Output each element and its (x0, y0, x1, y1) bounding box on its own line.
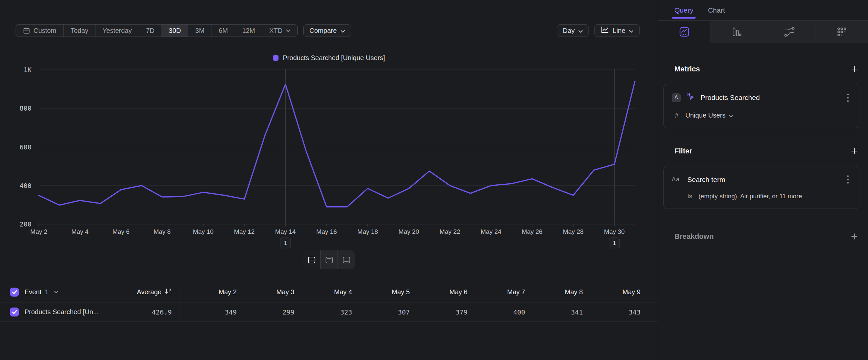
average-header-cell[interactable]: Average (105, 288, 179, 296)
report-tab-flows[interactable] (763, 21, 816, 43)
view-toggle-chart-only[interactable] (320, 250, 338, 269)
date-range-6m[interactable]: 6M (212, 25, 235, 36)
sort-descending-icon[interactable] (164, 288, 172, 296)
date-range-custom[interactable]: Custom (16, 25, 63, 36)
date-range-xtd[interactable]: XTD (262, 25, 298, 36)
date-range-yesterday[interactable]: Yesterday (95, 25, 138, 36)
tab-query[interactable]: Query (674, 0, 693, 20)
metric-options-button[interactable] (845, 93, 851, 103)
report-tab-retention[interactable] (816, 21, 868, 43)
compare-button[interactable]: Compare (303, 24, 351, 37)
date-range-12m[interactable]: 12M (235, 25, 262, 36)
x-axis-label: May 10 (193, 228, 214, 235)
filter-operator[interactable]: Is (687, 193, 692, 200)
section-divider (0, 260, 658, 260)
date-column-header[interactable]: May 4 (294, 288, 352, 296)
chart-legend[interactable]: Products Searched [Unique Users] (0, 53, 658, 62)
chevron-down-icon[interactable] (54, 289, 59, 295)
date-column-value: 299 (237, 308, 294, 316)
select-all-checkbox[interactable] (10, 287, 19, 297)
x-axis-label: May 18 (358, 228, 378, 235)
view-toggle-split-view[interactable] (303, 250, 320, 269)
chart-type-label: Line (613, 27, 625, 34)
date-column-value: 349 (179, 308, 237, 316)
date-range-3m[interactable]: 3M (188, 25, 212, 36)
date-range-picker: CustomTodayYesterday7D30D3M6M12MXTD (16, 24, 298, 37)
panel-body: Metrics A Products Searched # Unique Use… (658, 43, 868, 241)
sort-descending-icon (164, 288, 172, 294)
date-range-30d[interactable]: 30D (161, 25, 188, 36)
main-area: CustomTodayYesterday7D30D3M6M12MXTD Comp… (0, 0, 658, 360)
row-average-value: 426.9 (152, 308, 172, 316)
event-header-label[interactable]: Event (25, 288, 41, 296)
chart-type-button[interactable]: Line (594, 24, 640, 37)
chevron-down-icon (629, 27, 633, 34)
date-column-header[interactable]: May 8 (525, 288, 583, 296)
metric-event-name[interactable]: Products Searched (701, 94, 760, 102)
x-axis-label: May 12 (234, 228, 255, 235)
line-chart-icon (600, 26, 609, 34)
date-column-value: 379 (410, 308, 467, 316)
date-column-header[interactable]: May 5 (352, 288, 410, 296)
date-column-headers: May 2May 3May 4May 5May 6May 7May 8May 9 (179, 288, 641, 296)
report-tab-funnels[interactable] (711, 21, 763, 43)
date-column-header[interactable]: May 7 (467, 288, 525, 296)
row-checkbox[interactable] (10, 307, 19, 316)
event-cursor-icon (686, 92, 695, 103)
tab-chart[interactable]: Chart (708, 0, 725, 20)
aggregation-label: Unique Users (685, 112, 725, 119)
metrics-section-header: Metrics (658, 65, 868, 74)
plus-icon (851, 233, 858, 240)
date-range-7d[interactable]: 7D (139, 25, 162, 36)
plus-icon (851, 65, 858, 73)
date-column-header[interactable]: May 3 (237, 288, 294, 296)
series-line[interactable] (39, 81, 635, 207)
chevron-down-icon (729, 112, 734, 119)
aggregation-prefix: # (673, 112, 680, 119)
chevron-down-icon (629, 30, 633, 33)
string-type-icon: Aa (672, 176, 682, 183)
view-toggle-group (303, 250, 355, 269)
table-column-divider (179, 283, 179, 322)
chevron-down-icon (578, 30, 583, 33)
add-breakdown-button[interactable] (851, 233, 858, 240)
x-axis-label: May 24 (481, 228, 502, 235)
date-column-value: 343 (583, 308, 641, 316)
filter-card-row: Aa Search term (672, 174, 851, 185)
line-chart[interactable]: 1K800600400200May 2May 4May 6May 8May 10… (0, 64, 658, 250)
table-row[interactable]: Products Searched [Un... 426.9 349299323… (0, 303, 658, 322)
annotation-count: 1 (613, 240, 616, 246)
y-axis-label: 200 (20, 220, 31, 228)
view-toggle-table-only[interactable] (338, 250, 355, 269)
filter-card[interactable]: Aa Search term Is (empty string), Air pu… (663, 166, 859, 209)
date-column-header[interactable]: May 6 (410, 288, 467, 296)
date-column-header[interactable]: May 9 (583, 288, 641, 296)
table-header-row: Event 1 Average May 2May 3May 4May 5May … (0, 281, 658, 303)
add-filter-button[interactable] (851, 147, 858, 155)
legend-swatch (273, 55, 279, 61)
flows-icon (784, 27, 795, 37)
breakdown-heading: Breakdown (674, 232, 714, 241)
date-column-value: 400 (467, 308, 525, 316)
metric-card[interactable]: A Products Searched # Unique Users (663, 84, 859, 128)
average-header-label: Average (137, 288, 161, 296)
x-axis-label: May 28 (563, 228, 584, 235)
filter-value[interactable]: (empty string), Air purifier, or 11 more (699, 193, 802, 200)
report-tab-insights[interactable] (658, 21, 711, 43)
granularity-button[interactable]: Day (557, 24, 589, 37)
insights-icon (679, 27, 690, 37)
filter-options-button[interactable] (845, 174, 851, 185)
report-type-tabs (658, 21, 868, 43)
date-range-today[interactable]: Today (63, 25, 95, 36)
average-row-cell: 426.9 (105, 308, 179, 316)
date-column-value: 307 (352, 308, 410, 316)
check-icon (12, 310, 17, 314)
aggregation-selector[interactable]: Unique Users (685, 112, 734, 119)
filter-property-name[interactable]: Search term (687, 176, 725, 184)
date-column-header[interactable]: May 2 (179, 288, 237, 296)
calendar-icon (23, 27, 30, 34)
table-only-icon (342, 255, 351, 265)
retention-icon (837, 27, 847, 37)
breakdown-section-header: Breakdown (658, 232, 868, 241)
add-metric-button[interactable] (851, 65, 858, 73)
